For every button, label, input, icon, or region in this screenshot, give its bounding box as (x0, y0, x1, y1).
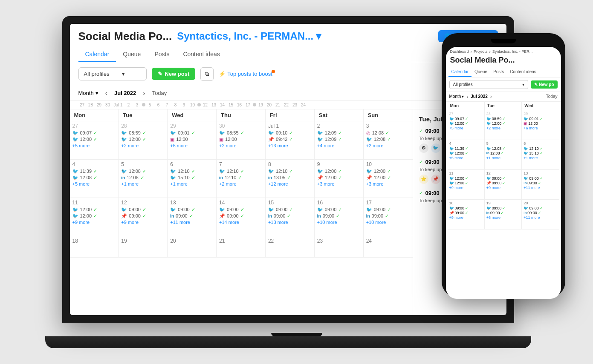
phone-more-link[interactable]: +6 more (486, 215, 520, 220)
phone-calendar-cell[interactable]: 12 🐦09:00✓ 📌09:00✓ +9 more (485, 170, 522, 199)
tab-posts[interactable]: Posts (148, 47, 176, 62)
more-posts-link[interactable]: +1 more (121, 181, 165, 186)
more-posts-link[interactable]: +3 more (317, 181, 361, 186)
calendar-cell[interactable]: 24 (364, 236, 413, 257)
more-posts-link[interactable]: +13 more (268, 143, 312, 148)
calendar-cell[interactable]: 30 🐦08:55✓ ▣12:00 +2 more (217, 121, 266, 159)
phone-calendar-cell[interactable]: 11 🐦12:00✓ 🐦12:00✓ +9 more (448, 170, 485, 199)
calendar-cell[interactable]: 13 🐦09:00✓ in09:00✓ +11 more (168, 198, 217, 236)
phone-more-link[interactable]: +5 more (449, 156, 483, 160)
phone-more-link[interactable]: +1 more (486, 156, 520, 160)
calendar-cell[interactable]: 16 🐦09:00✓ in09:00✓ +10 more (315, 198, 364, 236)
more-posts-link[interactable]: +5 more (72, 181, 116, 186)
phone-more-link[interactable]: +1 more (524, 156, 557, 160)
phone-more-link[interactable]: +11 more (524, 186, 557, 190)
more-posts-link[interactable]: +10 more (366, 220, 410, 225)
phone-calendar-cell[interactable]: 28 🐦08:59✓ 🐦12:00✓ +2 more (485, 110, 522, 140)
more-posts-link[interactable]: +4 more (317, 143, 361, 148)
phone-today-button[interactable]: Today (546, 94, 558, 99)
phone-calendar-cell[interactable]: 27 🐦09:07✓ 🐦12:00✓ +5 more (448, 110, 485, 140)
phone-more-link[interactable]: +6 more (524, 126, 557, 130)
more-posts-link[interactable]: +2 more (121, 143, 165, 148)
phone-calendar-cell[interactable]: 19 🐦09:00✓ in09:00✓ +6 more (485, 200, 522, 229)
phone-more-link[interactable]: +9 more (449, 215, 483, 220)
more-posts-link[interactable]: +9 more (121, 220, 165, 225)
today-button[interactable]: Today (152, 90, 167, 96)
boost-button[interactable]: ⚡ Top posts to boost (219, 71, 272, 77)
phone-calendar-cell[interactable]: 20 🐦09:00✓ in09:00✓ +11 more (522, 200, 559, 229)
calendar-cell[interactable]: 4 🐦11:39✓ 🐦12:08✓ +5 more (70, 160, 119, 198)
tab-queue[interactable]: Queue (116, 47, 148, 62)
calendar-cell[interactable]: 21 (217, 236, 266, 257)
calendar-cell[interactable]: 3 ◎12:08✓ 🐦12:08✓ +2 more (364, 121, 413, 159)
prev-month-button[interactable]: ‹ (103, 89, 110, 98)
phone-more-link[interactable]: +9 more (486, 186, 520, 190)
more-posts-link[interactable]: +12 more (268, 181, 312, 186)
month-view-dropdown[interactable]: Month ▾ (78, 90, 98, 96)
more-posts-link[interactable]: +6 more (170, 143, 214, 148)
more-posts-link[interactable]: +1 more (170, 181, 214, 186)
calendar-cell[interactable]: 11 🐦12:00✓ 🐦12:00✓ +9 more (70, 198, 119, 236)
phone-calendar-cell[interactable]: 6 🐦12:10✓ 🐦15:10✓ +1 more (522, 140, 559, 169)
in-icon: in (486, 151, 489, 155)
calendar-cell[interactable]: 10 🐦12:00✓ 📌12:00✓ +3 more (364, 160, 413, 198)
calendar-cell[interactable]: 17 🐦09:00✓ in09:00✓ +10 more (364, 198, 413, 236)
more-posts-link[interactable]: +5 more (72, 143, 116, 148)
phone-calendar-cell[interactable]: 13 🐦09:00✓ in09:00✓ +11 more (522, 170, 559, 199)
phone-more-link[interactable]: +11 more (524, 215, 557, 220)
calendar-cell[interactable]: 19 (119, 236, 168, 257)
calendar-cell[interactable]: 27 🐦09:07✓ 🐦12:00✓ +5 more (70, 121, 119, 159)
more-posts-link[interactable]: +11 more (170, 220, 214, 225)
workspace-name[interactable]: Syntactics, Inc. - PERMAN... ▾ (177, 30, 321, 42)
phone-calendar-cell[interactable]: 18 🐦09:00✓ 📌09:00✓ +9 more (448, 200, 485, 229)
phone-next-month-button[interactable]: › (490, 94, 492, 100)
calendar-cell[interactable]: 14 🐦09:00✓ 📌09:00✓ +14 more (217, 198, 266, 236)
calendar-cell[interactable]: 9 🐦12:00✓ 📌12:00✓ +3 more (315, 160, 364, 198)
phone-new-post-button[interactable]: ✎ New po (531, 80, 557, 89)
more-posts-link[interactable]: +10 more (317, 220, 361, 225)
calendar-cell[interactable]: 20 (168, 236, 217, 257)
calendar-cell[interactable]: Jul 1 🐦09:10✓ 📌09:42✓ +13 more (266, 121, 315, 159)
copy-button[interactable]: ⧉ (200, 67, 214, 81)
phone-more-link[interactable]: +5 more (449, 126, 483, 130)
calendar-cell[interactable]: 8 🐦12:10✓ in13:05✓ +12 more (266, 160, 315, 198)
more-posts-link[interactable]: +2 more (219, 181, 263, 186)
phone-calendar-cell[interactable]: 4 🐦11:39✓ 🐦12:08✓ +5 more (448, 140, 485, 169)
next-month-button[interactable]: › (140, 89, 148, 98)
tab-calendar[interactable]: Calendar (78, 47, 116, 62)
more-posts-link[interactable]: +14 more (219, 220, 263, 225)
chevron-down-icon: ▾ (316, 30, 321, 42)
more-posts-link[interactable]: +9 more (72, 220, 116, 225)
phone-more-link[interactable]: +2 more (486, 126, 520, 130)
calendar-cell[interactable]: 23 (315, 236, 364, 257)
calendar-cell[interactable]: 28 🐦08:59✓ 🐦12:00✓ +2 more (119, 121, 168, 159)
more-posts-link[interactable]: +2 more (366, 143, 410, 148)
calendar-cell[interactable]: 29 🐦09:01✓ ▣12:00 +6 more (168, 121, 217, 159)
phone-tab-content-ideas[interactable]: Content ideas (507, 67, 539, 77)
calendar-cell[interactable]: 18 (70, 236, 119, 257)
calendar-cell[interactable]: 12 🐦09:00✓ 📌09:00✓ +9 more (119, 198, 168, 236)
more-posts-link[interactable]: +2 more (219, 143, 263, 148)
tab-content-ideas[interactable]: Content ideas (176, 47, 226, 62)
calendar-cell[interactable]: 15 🐦09:00✓ in09:00✓ +13 more (266, 198, 315, 236)
calendar-cell[interactable]: 5 🐦12:08✓ in12:08✓ +1 more (119, 160, 168, 198)
calendar-cell[interactable]: 22 (266, 236, 315, 257)
phone-month-dropdown[interactable]: Month ▾ (449, 94, 464, 99)
more-posts-link[interactable]: +3 more (366, 181, 410, 186)
new-post-button[interactable]: ✎ New post (152, 68, 196, 80)
profiles-dropdown[interactable]: All profiles ▾ (78, 67, 147, 80)
more-posts-link[interactable]: +13 more (268, 220, 312, 225)
calendar-cell[interactable]: 6 🐦12:10✓ 🐦15:10✓ +1 more (168, 160, 217, 198)
phone-calendar-cell[interactable]: 29 🐦09:01✓ ▣12:00 +6 more (522, 110, 559, 140)
phone-tab-posts[interactable]: Posts (490, 67, 507, 77)
phone-tab-calendar[interactable]: Calendar (448, 67, 472, 77)
calendar-controls: Month ▾ ‹ Jul 2022 › Today (70, 86, 506, 101)
phone-more-link[interactable]: +9 more (449, 186, 483, 190)
phone-tab-queue[interactable]: Queue (472, 67, 490, 77)
phone-calendar-cell[interactable]: 5 🐦12:08✓ in12:08✓ +1 more (485, 140, 522, 169)
tw-icon: 🐦 (524, 117, 528, 121)
phone-prev-month-button[interactable]: ‹ (466, 94, 468, 100)
calendar-cell[interactable]: 7 🐦12:10✓ in12:10✓ +2 more (217, 160, 266, 198)
phone-profiles-dropdown[interactable]: All profiles ▾ (449, 80, 529, 89)
calendar-cell[interactable]: 2 🐦12:09✓ 🐦12:09✓ +4 more (315, 121, 364, 159)
